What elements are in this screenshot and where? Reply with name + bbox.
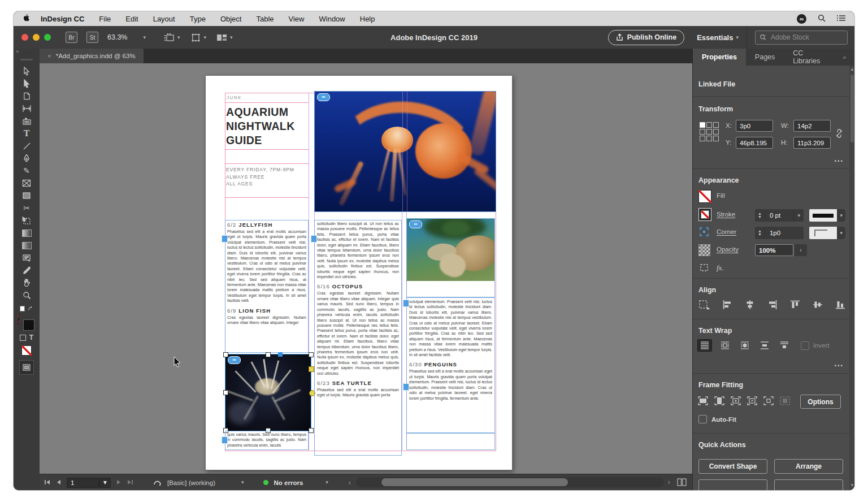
tab-properties[interactable]: Properties [693, 49, 746, 66]
spacer-frame[interactable] [225, 149, 309, 164]
window-zoom-button[interactable] [44, 34, 51, 41]
title-text-frame[interactable]: AQUARIUM NIGHTWALK GUIDE [225, 102, 309, 150]
object-style-icon[interactable] [700, 263, 709, 275]
panel-collapse-chevrons[interactable]: » [834, 49, 854, 66]
text-wrap-more-options[interactable]: ... [834, 358, 843, 369]
tab-pages[interactable]: Pages [746, 49, 784, 66]
scroll-right-arrow[interactable]: › [668, 478, 670, 486]
adobe-stock-search-input[interactable] [770, 33, 828, 42]
window-close-button[interactable] [21, 34, 28, 41]
tab-cc-libraries[interactable]: CC Libraries [784, 49, 834, 66]
x-field[interactable]: 3p0 [736, 120, 773, 132]
selection-handle-active[interactable] [278, 352, 283, 357]
zoom-level-dropdown[interactable]: ▾ [143, 35, 146, 40]
zoom-tool[interactable] [20, 289, 33, 301]
stroke-style-dropdown[interactable]: ▾ [809, 209, 845, 222]
menu-window[interactable]: Window [319, 15, 345, 23]
align-center-vertical-button[interactable] [813, 300, 823, 312]
fill-swatch[interactable] [18, 314, 19, 324]
menu-file[interactable]: File [99, 15, 111, 23]
fx-effects-button[interactable]: fx. [717, 263, 724, 272]
page-number-control[interactable]: 1 ▾ [67, 478, 111, 488]
gradient-swatch-tool[interactable] [20, 227, 33, 239]
stroke-label[interactable]: Stroke [717, 211, 735, 218]
scroll-left-arrow[interactable]: ‹ [349, 479, 351, 487]
h-field[interactable]: 11p3.209 [793, 137, 831, 149]
opacity-label[interactable]: Opacity [717, 246, 739, 253]
thread-in-port[interactable] [311, 235, 317, 243]
rectangle-tool[interactable] [20, 189, 33, 202]
menu-layout[interactable]: Layout [153, 15, 175, 23]
default-fill-stroke-icon[interactable] [20, 305, 33, 313]
selection-handle[interactable] [266, 352, 271, 357]
text-frame-column2[interactable]: sollicitudin libero suscipit at. Ut non … [314, 220, 402, 456]
selection-tool[interactable] [20, 65, 33, 77]
type-tool[interactable]: T [20, 127, 33, 140]
frame-fitting-options-button[interactable]: Options [800, 395, 841, 409]
align-left-button[interactable] [722, 300, 732, 312]
turtle-image-frame[interactable]: ∞ [406, 218, 495, 297]
page-tool[interactable] [20, 90, 33, 102]
spotlight-search-icon[interactable] [818, 14, 826, 24]
align-top-button[interactable] [790, 300, 800, 312]
auto-fit-checkbox[interactable] [698, 415, 707, 423]
screen-mode-group[interactable]: ▾ [190, 33, 207, 42]
page-number-field[interactable]: 1 [67, 478, 99, 488]
link-badge-icon[interactable]: ∞ [228, 356, 241, 364]
center-content-button[interactable] [763, 396, 774, 408]
panel-expand-chevrons[interactable]: » [16, 49, 19, 58]
horizontal-scrollbar-thumb[interactable] [381, 478, 568, 486]
selection-handle[interactable] [309, 428, 314, 433]
text-frame-column3[interactable]: volutpat elementum. Praesent velit nisi,… [406, 297, 495, 433]
adobe-stock-button[interactable]: St [86, 32, 98, 43]
fill-frame-proportionally-button[interactable] [697, 396, 709, 408]
invert-checkbox[interactable] [801, 341, 809, 350]
first-page-button[interactable] [44, 479, 50, 486]
lionfish-image[interactable]: ∞ [225, 354, 311, 431]
clear-frame-fitting-button[interactable] [779, 396, 791, 408]
menu-help[interactable]: Help [360, 15, 375, 23]
menu-object[interactable]: Object [220, 15, 242, 23]
autofit-handle[interactable] [309, 366, 314, 372]
w-field[interactable]: 14p2 [793, 120, 831, 132]
apply-none-button[interactable] [20, 344, 33, 357]
reference-point-selector[interactable] [700, 122, 719, 141]
page-number-dropdown[interactable]: ▾ [99, 478, 111, 488]
link-badge-icon[interactable]: ∞ [409, 220, 422, 228]
gap-tool[interactable] [20, 102, 33, 115]
bridge-button[interactable]: Br [66, 32, 77, 43]
link-badge-icon[interactable]: ∞ [317, 93, 330, 101]
screen-mode-button[interactable] [19, 360, 34, 375]
fill-label[interactable]: Fill [717, 192, 725, 199]
stroke-swatch[interactable] [23, 319, 34, 331]
document-page[interactable]: JUNE AQUARIUM NIGHTWALK GUIDE EVERY FRID… [205, 75, 513, 470]
menu-table[interactable]: Table [256, 15, 274, 23]
jump-object-button[interactable] [758, 340, 771, 351]
note-tool[interactable] [20, 252, 33, 264]
y-field[interactable]: 46p8.195 [736, 137, 773, 149]
formatting-affects-toggle[interactable]: T [20, 333, 33, 342]
notification-center-icon[interactable] [837, 15, 845, 23]
empty-text-frame[interactable] [406, 433, 495, 450]
eyedropper-tool[interactable] [20, 264, 33, 276]
horizontal-scrollbar[interactable] [356, 477, 664, 487]
preflight-profile[interactable]: [Basic] (working) [167, 479, 215, 486]
last-page-button[interactable] [127, 479, 133, 486]
pen-tool[interactable] [20, 152, 33, 165]
next-page-button[interactable] [116, 479, 121, 486]
sea-turtle-image[interactable]: ∞ [407, 219, 494, 281]
content-collector-tool[interactable] [20, 115, 33, 127]
creative-cloud-icon[interactable]: ∞ [797, 14, 806, 24]
scroll-down-arrow[interactable]: ▼ [850, 483, 854, 488]
selection-handle[interactable] [309, 352, 314, 357]
text-frame-caption[interactable]: quis varius mauris. Sed nunc libero, tem… [225, 431, 309, 450]
tab-close-icon[interactable]: × [47, 53, 51, 59]
menu-edit[interactable]: Edit [125, 15, 138, 23]
schedule-text-frame[interactable]: EVERY FRIDAY, 7PM-9PM ALWAYS FREE ALL AG… [225, 163, 309, 198]
apple-menu-icon[interactable] [23, 14, 31, 24]
workspace-switcher[interactable]: Essentials ▾ [697, 33, 739, 42]
hand-tool[interactable] [20, 276, 33, 289]
no-text-wrap-button[interactable] [697, 339, 712, 352]
publish-online-button[interactable]: Publish Online [608, 30, 685, 45]
selection-handle[interactable] [223, 390, 228, 395]
